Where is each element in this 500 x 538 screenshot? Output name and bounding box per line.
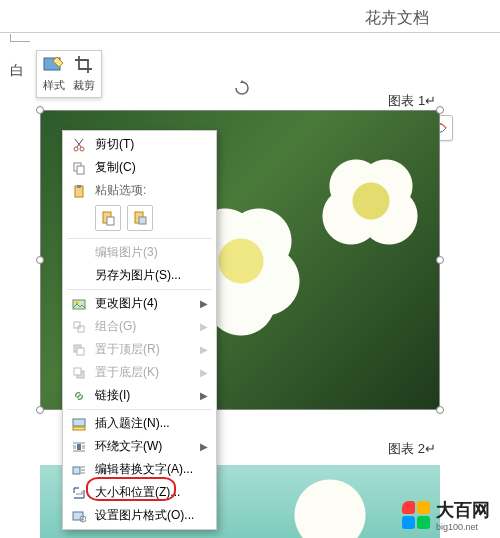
- crop-label: 裁剪: [73, 78, 95, 93]
- caption-2-number: 2: [418, 441, 425, 456]
- menu-change-picture[interactable]: 更改图片(4) ▶: [63, 292, 216, 315]
- watermark: 大百网 big100.net: [402, 498, 490, 532]
- menu-cut-label: 剪切(T): [95, 136, 208, 153]
- watermark-url: big100.net: [436, 522, 490, 532]
- crop-button[interactable]: 裁剪: [73, 55, 95, 93]
- menu-send-back-label: 置于底层(K): [95, 364, 192, 381]
- menu-paste-header: 粘贴选项:: [63, 179, 216, 202]
- context-menu: 剪切(T) 复制(C) 粘贴选项: 编辑图片(3) 另存为图片(S)... 更改…: [62, 130, 217, 530]
- resize-handle-mr[interactable]: [436, 256, 444, 264]
- submenu-arrow-icon: ▶: [200, 367, 208, 378]
- menu-wrap-text-label: 环绕文字(W): [95, 438, 192, 455]
- svg-rect-13: [74, 322, 80, 328]
- menu-insert-caption[interactable]: 插入题注(N)...: [63, 412, 216, 435]
- resize-handle-bl[interactable]: [36, 406, 44, 414]
- group-icon: [71, 319, 87, 335]
- document-title: 花卉文档: [365, 8, 429, 29]
- wrap-text-icon: [71, 439, 87, 455]
- svg-rect-8: [107, 217, 114, 225]
- format-picture-icon: [71, 508, 87, 524]
- svg-rect-6: [77, 185, 81, 188]
- menu-separator: [67, 238, 212, 239]
- menu-alt-text[interactable]: 编辑替换文字(A)...: [63, 458, 216, 481]
- submenu-arrow-icon: ▶: [200, 298, 208, 309]
- menu-insert-caption-label: 插入题注(N)...: [95, 415, 208, 432]
- svg-rect-16: [77, 348, 84, 355]
- cut-icon: [71, 137, 87, 153]
- caption-1: 图表1↵: [388, 92, 436, 110]
- blank-icon: [71, 268, 87, 284]
- menu-save-as-label: 另存为图片(S)...: [95, 267, 208, 284]
- style-button[interactable]: 样式: [43, 55, 65, 93]
- caption-icon: [71, 416, 87, 432]
- rotate-handle[interactable]: [234, 80, 250, 96]
- menu-format-picture[interactable]: 设置图片格式(O)...: [63, 504, 216, 527]
- submenu-arrow-icon: ▶: [200, 441, 208, 452]
- resize-handle-tl[interactable]: [36, 106, 44, 114]
- menu-paste-label: 粘贴选项:: [95, 182, 208, 199]
- watermark-logo-icon: [402, 501, 430, 529]
- menu-group: 组合(G) ▶: [63, 315, 216, 338]
- menu-link-label: 链接(I): [95, 387, 192, 404]
- style-label: 样式: [43, 78, 65, 93]
- submenu-arrow-icon: ▶: [200, 344, 208, 355]
- paste-option-keep[interactable]: [95, 205, 121, 231]
- caption-1-label: 图表: [388, 93, 414, 108]
- resize-handle-tr[interactable]: [436, 106, 444, 114]
- submenu-arrow-icon: ▶: [200, 390, 208, 401]
- ruler-indent: [10, 34, 30, 42]
- caption-2-label: 图表: [388, 441, 414, 456]
- change-picture-icon: [71, 296, 87, 312]
- bring-front-icon: [71, 342, 87, 358]
- menu-copy-label: 复制(C): [95, 159, 208, 176]
- resize-handle-ml[interactable]: [36, 256, 44, 264]
- svg-point-2: [80, 147, 84, 151]
- svg-rect-4: [77, 166, 84, 174]
- svg-rect-22: [73, 467, 80, 474]
- caption-2: 图表 2↵: [388, 440, 436, 458]
- paste-options-row: [63, 202, 216, 236]
- menu-edit-picture-label: 编辑图片(3): [95, 244, 208, 261]
- submenu-arrow-icon: ▶: [200, 321, 208, 332]
- svg-rect-14: [78, 326, 84, 332]
- menu-group-label: 组合(G): [95, 318, 192, 335]
- menu-bring-front-label: 置于顶层(R): [95, 341, 192, 358]
- copy-icon: [71, 160, 87, 176]
- menu-format-picture-label: 设置图片格式(O)...: [95, 507, 208, 524]
- menu-link[interactable]: 链接(I) ▶: [63, 384, 216, 407]
- resize-handle-br[interactable]: [436, 406, 444, 414]
- menu-copy[interactable]: 复制(C): [63, 156, 216, 179]
- menu-save-as-picture[interactable]: 另存为图片(S)...: [63, 264, 216, 287]
- svg-rect-20: [73, 427, 85, 430]
- menu-bring-front: 置于顶层(R) ▶: [63, 338, 216, 361]
- menu-change-picture-label: 更改图片(4): [95, 295, 192, 312]
- send-back-icon: [71, 365, 87, 381]
- style-icon: [43, 55, 65, 76]
- menu-edit-picture: 编辑图片(3): [63, 241, 216, 264]
- menu-separator: [67, 409, 212, 410]
- menu-alt-text-label: 编辑替换文字(A)...: [95, 461, 208, 478]
- crop-icon: [74, 55, 94, 76]
- size-position-icon: [71, 485, 87, 501]
- menu-cut[interactable]: 剪切(T): [63, 133, 216, 156]
- side-label: 白: [10, 62, 24, 80]
- menu-size-position[interactable]: 大小和位置(Z)...: [63, 481, 216, 504]
- link-icon: [71, 388, 87, 404]
- svg-rect-11: [73, 300, 85, 309]
- menu-size-position-label: 大小和位置(Z)...: [95, 484, 208, 501]
- menu-wrap-text[interactable]: 环绕文字(W) ▶: [63, 435, 216, 458]
- svg-point-1: [74, 147, 78, 151]
- paste-option-picture[interactable]: [127, 205, 153, 231]
- blank-icon: [71, 245, 87, 261]
- watermark-text: 大百网: [436, 498, 490, 522]
- svg-rect-21: [77, 444, 81, 450]
- svg-rect-10: [139, 217, 146, 224]
- svg-rect-18: [74, 368, 81, 375]
- mini-toolbar: 样式 裁剪: [36, 50, 102, 98]
- paste-icon: [71, 183, 87, 199]
- svg-rect-19: [73, 419, 85, 426]
- alt-text-icon: [71, 462, 87, 478]
- menu-separator: [67, 289, 212, 290]
- menu-send-back: 置于底层(K) ▶: [63, 361, 216, 384]
- ruler: [0, 32, 500, 33]
